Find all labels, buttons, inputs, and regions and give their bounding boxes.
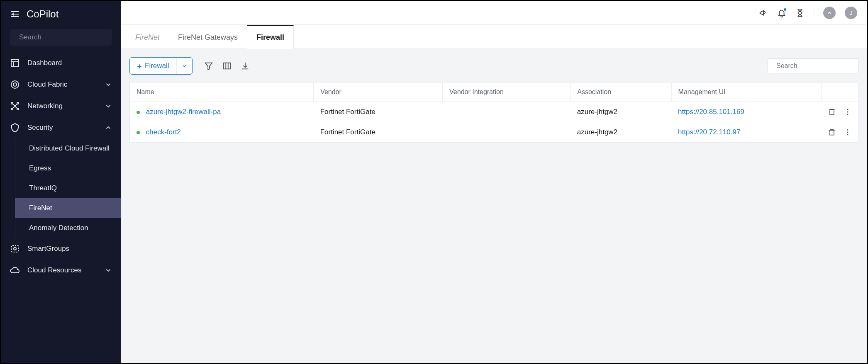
- svg-point-36: [847, 129, 848, 131]
- dashboard-icon: [10, 58, 20, 68]
- sidebar-item-networking[interactable]: Networking: [1, 95, 121, 117]
- filter-icon[interactable]: [204, 61, 213, 70]
- svg-point-33: [847, 112, 848, 113]
- sidebar-sub-distributed-cloud-firewall[interactable]: Distributed Cloud Firewall: [15, 138, 121, 158]
- plus-icon: [137, 63, 142, 69]
- svg-point-38: [847, 134, 848, 135]
- add-firewall-dropdown[interactable]: [176, 58, 192, 74]
- cell-vendor: Fortinet FortiGate: [314, 102, 443, 122]
- target-icon: [10, 80, 20, 90]
- col-vendor-integration[interactable]: Vendor Integration: [443, 83, 571, 102]
- trash-icon[interactable]: [828, 108, 836, 116]
- sidebar-item-label: Cloud Fabric: [27, 80, 97, 89]
- sidebar-sub-firenet[interactable]: FireNet: [15, 198, 121, 218]
- sidebar-search-input[interactable]: [19, 33, 107, 41]
- scroll-top-button[interactable]: [823, 7, 836, 19]
- sidebar-search[interactable]: [10, 29, 112, 46]
- cell-vendor-integration: [443, 122, 571, 143]
- svg-point-12: [11, 108, 13, 110]
- nav: Dashboard Cloud Fabric Networking: [1, 52, 121, 363]
- cloud-icon: [10, 265, 20, 275]
- col-name[interactable]: Name: [130, 83, 314, 102]
- hourglass-icon[interactable]: [795, 8, 805, 17]
- svg-point-11: [17, 102, 19, 104]
- columns-icon[interactable]: [222, 61, 232, 70]
- smartgroups-icon: [10, 244, 20, 254]
- svg-line-18: [16, 107, 17, 109]
- sidebar-item-security[interactable]: Security: [1, 117, 121, 138]
- table-search[interactable]: [768, 58, 859, 73]
- cell-association: azure-jhtgw2: [571, 122, 671, 143]
- col-management-ui[interactable]: Management UI: [671, 83, 821, 102]
- col-association[interactable]: Association: [571, 83, 671, 102]
- announcement-icon[interactable]: [759, 8, 768, 17]
- svg-point-34: [847, 114, 848, 115]
- tab-firenet-gateways[interactable]: FireNet Gateways: [169, 25, 247, 49]
- main: J FireNet FireNet Gateways Firewall Fire…: [121, 1, 867, 363]
- col-actions: [821, 83, 858, 102]
- svg-point-37: [847, 132, 848, 133]
- chevron-down-icon: [105, 267, 112, 274]
- app-title: CoPilot: [27, 8, 59, 20]
- svg-line-16: [16, 104, 17, 106]
- trash-icon[interactable]: [828, 128, 836, 136]
- sidebar-item-label: Networking: [27, 102, 97, 110]
- sidebar-sub-anomaly-detection[interactable]: Anomaly Detection: [15, 218, 121, 238]
- sidebar-item-label: SmartGroups: [27, 245, 112, 253]
- sidebar: CoPilot Dashboard Cloud Fabric: [1, 1, 121, 363]
- firewall-table: Name Vendor Vendor Integration Associati…: [129, 82, 859, 143]
- add-firewall-split-button: Firewall: [129, 57, 193, 75]
- download-icon[interactable]: [241, 61, 250, 70]
- management-ui-link[interactable]: https://20.72.110.97: [678, 128, 740, 136]
- status-dot-icon: [137, 111, 140, 114]
- firewall-name-link[interactable]: azure-jhtgw2-firewall-pa: [146, 108, 221, 116]
- svg-rect-35: [830, 130, 834, 135]
- svg-rect-31: [830, 110, 834, 115]
- menu-toggle-icon[interactable]: [10, 9, 20, 19]
- avatar[interactable]: J: [845, 7, 857, 19]
- sidebar-header: CoPilot: [1, 1, 121, 25]
- firewall-name-link[interactable]: check-fort2: [146, 128, 181, 136]
- tab-firewall[interactable]: Firewall: [247, 25, 294, 49]
- svg-rect-19: [12, 245, 18, 252]
- sidebar-sub-threatiq[interactable]: ThreatIQ: [15, 178, 121, 198]
- svg-point-3: [15, 37, 15, 37]
- shield-icon: [10, 123, 20, 133]
- chevron-down-icon: [105, 81, 112, 88]
- status-dot-icon: [137, 131, 140, 134]
- tab-firenet[interactable]: FireNet: [126, 25, 169, 49]
- sidebar-item-label: Cloud Resources: [27, 266, 97, 274]
- bell-icon[interactable]: [777, 8, 786, 17]
- svg-point-32: [847, 109, 848, 110]
- svg-point-10: [11, 102, 13, 104]
- table-row: azure-jhtgw2-firewall-pa Fortinet FortiG…: [130, 102, 858, 122]
- cell-vendor-integration: [443, 102, 571, 122]
- topbar: J: [121, 1, 867, 25]
- notification-dot: [783, 7, 787, 12]
- svg-rect-5: [11, 59, 19, 67]
- add-firewall-label: Firewall: [145, 62, 169, 70]
- table-row: check-fort2 Fortinet FortiGate azure-jht…: [130, 122, 858, 143]
- tool-icons: [204, 61, 250, 70]
- tabs: FireNet FireNet Gateways Firewall: [121, 25, 867, 49]
- sidebar-item-dashboard[interactable]: Dashboard: [1, 52, 121, 74]
- svg-line-15: [13, 104, 15, 106]
- sidebar-item-smartgroups[interactable]: SmartGroups: [1, 238, 121, 260]
- sidebar-item-cloud-fabric[interactable]: Cloud Fabric: [1, 74, 121, 95]
- table-header-row: Name Vendor Vendor Integration Associati…: [130, 83, 858, 102]
- management-ui-link[interactable]: https://20.85.101.169: [678, 108, 744, 116]
- sidebar-sub-egress[interactable]: Egress: [15, 158, 121, 178]
- more-icon[interactable]: [844, 108, 852, 116]
- col-vendor[interactable]: Vendor: [314, 83, 443, 102]
- svg-rect-24: [223, 63, 230, 69]
- add-firewall-button[interactable]: Firewall: [130, 58, 176, 74]
- svg-marker-23: [205, 63, 212, 70]
- sidebar-item-label: Dashboard: [27, 59, 112, 67]
- security-subnav: Distributed Cloud Firewall Egress Threat…: [1, 138, 121, 238]
- more-icon[interactable]: [844, 128, 852, 136]
- svg-point-9: [13, 83, 17, 86]
- chevron-up-icon: [105, 124, 112, 131]
- sidebar-item-cloud-resources[interactable]: Cloud Resources: [1, 260, 121, 281]
- svg-point-20: [14, 248, 16, 250]
- table-search-input[interactable]: [776, 62, 859, 70]
